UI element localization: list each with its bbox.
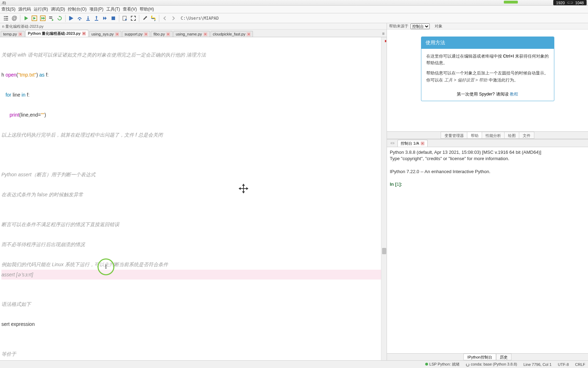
separator: [65, 15, 66, 22]
maximize-icon[interactable]: [129, 14, 137, 22]
menu-find[interactable]: 查找(S): [1, 6, 15, 12]
debug-file-icon[interactable]: [121, 14, 129, 22]
tab-fibo[interactable]: fibo.py✕: [151, 31, 172, 37]
close-icon[interactable]: ✕: [144, 32, 148, 36]
close-icon[interactable]: ✕: [421, 142, 425, 145]
svg-rect-17: [69, 16, 70, 20]
tab-list-icon[interactable]: ≡: [380, 31, 387, 37]
outline-icon[interactable]: [2, 14, 10, 22]
tab-history[interactable]: 历史: [496, 354, 512, 360]
code-content: 关键词 with 语句就可以保证诸如文件之类的对象在使用完之后一定会正确的执行他…: [0, 37, 387, 360]
svg-rect-2: [4, 18, 5, 19]
svg-rect-13: [49, 18, 52, 19]
step-over-icon[interactable]: [76, 14, 83, 22]
svg-marker-6: [25, 16, 28, 20]
svg-marker-21: [95, 16, 98, 17]
move-cursor-icon: [238, 183, 249, 194]
run-cell-icon[interactable]: [31, 14, 38, 22]
tab-temp[interactable]: temp.py✕: [1, 31, 25, 37]
console-tabs: ▭ 控制台 1/A ✕: [387, 139, 588, 147]
status-dot-icon: [425, 363, 428, 366]
close-icon[interactable]: ✕: [18, 32, 22, 36]
tab-help[interactable]: 帮助: [467, 132, 482, 139]
res-width: 1920: [556, 1, 564, 5]
run-selection-icon[interactable]: [47, 14, 55, 22]
resolution-indicator: 1920 ⊂⊃ 1048: [553, 0, 587, 5]
svg-marker-11: [43, 17, 45, 20]
tab-main[interactable]: Python 量化编程基础-2023.py✕: [25, 30, 88, 37]
svg-point-28: [146, 16, 147, 18]
tab-using-sys[interactable]: using_sys.py✕: [89, 31, 122, 37]
svg-marker-16: [70, 16, 73, 20]
tab-variable-explorer[interactable]: 变量管理器: [441, 132, 468, 139]
separator: [20, 15, 20, 22]
tab-profiler[interactable]: 性能分析: [482, 132, 505, 139]
svg-marker-23: [103, 17, 105, 20]
menu-run[interactable]: 运行(R): [34, 6, 48, 12]
svg-rect-3: [5, 18, 8, 19]
back-icon[interactable]: [161, 14, 169, 22]
forward-icon[interactable]: [169, 14, 177, 22]
svg-rect-0: [4, 16, 5, 17]
rerun-icon[interactable]: [56, 14, 64, 22]
stop-icon[interactable]: [109, 14, 117, 22]
titlebar: .8) 1920 ⊂⊃ 1048: [0, 0, 588, 6]
menu-project[interactable]: 项目(P): [89, 6, 103, 12]
status-eol: CRLF: [575, 362, 585, 367]
console-output[interactable]: Python 3.8.8 (default, Apr 13 2021, 15:0…: [387, 147, 588, 353]
code-editor[interactable]: 关键词 with 语句就可以保证诸如文件之类的对象在使用完之后一定会正确的执行他…: [0, 37, 387, 360]
close-icon[interactable]: ✕: [247, 32, 250, 36]
right-pane: 帮助来源于 控制台 对象 使用方法 在这里你可以通过在编辑器或者终端中按 Ctr…: [387, 23, 588, 360]
help-card: 使用方法 在这里你可以通过在编辑器或者终端中按 Ctrl+I 来获得任何对象的帮…: [421, 37, 554, 101]
tab-support[interactable]: support.py✕: [122, 31, 150, 37]
step-into-icon[interactable]: [84, 14, 92, 22]
menu-tools[interactable]: 工具(T): [106, 6, 120, 12]
at-icon[interactable]: @: [11, 14, 18, 22]
tab-using-name[interactable]: using_name.py✕: [173, 31, 210, 37]
svg-rect-25: [112, 17, 115, 20]
separator: [119, 15, 119, 22]
tab-files[interactable]: 文件: [519, 132, 534, 139]
close-icon[interactable]: ✕: [115, 32, 119, 36]
continue-icon[interactable]: [101, 14, 109, 22]
svg-marker-15: [59, 16, 60, 17]
tab-ipython-console[interactable]: IPython控制台: [463, 354, 496, 360]
separator: [159, 15, 159, 22]
svg-rect-22: [95, 20, 98, 21]
run-icon[interactable]: [22, 14, 30, 22]
menu-console[interactable]: 控制台(O): [68, 6, 86, 12]
run-cell-advance-icon[interactable]: [39, 14, 47, 22]
close-icon[interactable]: ✕: [166, 32, 170, 36]
debug-icon[interactable]: [67, 14, 75, 22]
close-icon[interactable]: ✕: [82, 32, 86, 35]
workspace: n 量化编程基础-2023.py temp.py✕ Python 量化编程基础-…: [0, 23, 588, 360]
preferences-icon[interactable]: [141, 14, 149, 22]
status-conda[interactable]: conda: base (Python 3.8.8): [466, 362, 517, 366]
help-source-select[interactable]: 控制台: [410, 24, 430, 29]
editor-scrollbar[interactable]: [381, 37, 387, 360]
help-header: 帮助来源于 控制台 对象: [387, 23, 588, 29]
step-out-icon[interactable]: [93, 14, 100, 22]
svg-marker-14: [52, 19, 54, 21]
svg-rect-12: [49, 17, 52, 17]
python-path-icon[interactable]: [149, 14, 157, 22]
help-source-label: 帮助来源于: [389, 24, 408, 29]
menu-debug[interactable]: 调试(D): [51, 6, 65, 12]
close-icon[interactable]: ✕: [203, 32, 207, 36]
console-tab-1a[interactable]: 控制台 1/A ✕: [397, 140, 428, 147]
help-card-body: 在这里你可以通过在编辑器或者终端中按 Ctrl+I 来获得任何对象的帮助信息。 …: [421, 49, 554, 88]
editor-pane: n 量化编程基础-2023.py temp.py✕ Python 量化编程基础-…: [0, 23, 387, 360]
menu-help[interactable]: 帮助(H): [140, 6, 154, 12]
menu-view[interactable]: 查看(V): [123, 6, 137, 12]
toolbar: @ C:\Users\MIAPAD: [0, 13, 588, 23]
tab-plots[interactable]: 绘图: [504, 132, 520, 139]
menu-source[interactable]: 源代码: [18, 6, 31, 12]
console-menu-icon[interactable]: ▭: [388, 139, 396, 147]
title-fragment: .8): [1, 1, 6, 5]
scroll-thumb[interactable]: [382, 248, 386, 254]
help-panel: 使用方法 在这里你可以通过在编辑器或者终端中按 Ctrl+I 来获得任何对象的帮…: [387, 29, 588, 131]
tab-cloudpickle[interactable]: cloudpickle_fast.py✕: [211, 31, 253, 37]
tutorial-link[interactable]: 教程: [510, 92, 518, 97]
res-height: 1048: [575, 1, 584, 5]
statusbar: LSP Python: 就绪 conda: base (Python 3.8.8…: [0, 360, 588, 368]
